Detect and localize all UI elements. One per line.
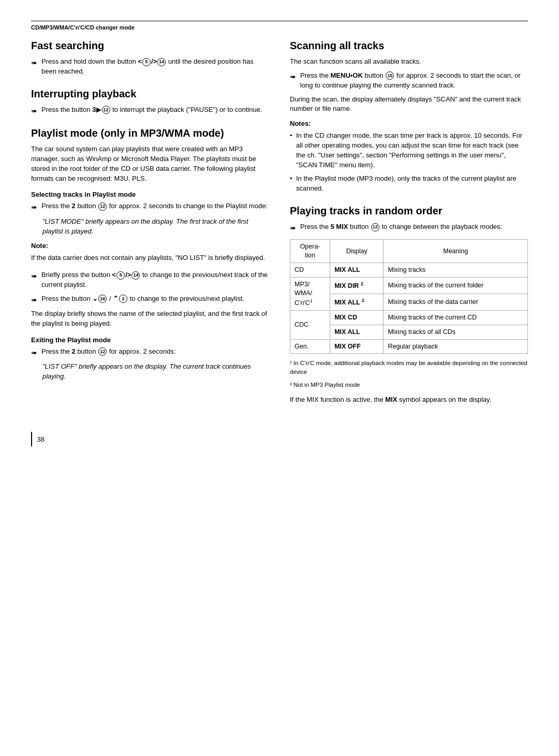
note-label-1: Note:	[31, 241, 269, 251]
menu-ok-bold: MENU•OK	[331, 71, 363, 79]
col-header-meaning: Meaning	[384, 240, 528, 263]
right-column: Scanning all tracks The scan function sc…	[290, 40, 528, 416]
bullet-arrow-6: ➠	[31, 347, 37, 358]
two-col-layout: Fast searching ➠ Press and hold down the…	[31, 40, 528, 416]
circle-12b: 12	[98, 202, 107, 211]
table-row: MP3/WMA/C'n'C1 MIX DIR 2 Mixing tracks o…	[290, 278, 528, 294]
scanning-title: Scanning all tracks	[290, 40, 528, 52]
gt-2: >	[127, 271, 131, 279]
display-mix-cd: MIX CD	[330, 310, 384, 325]
header-label: CD/MP3/WMA/C'n'C/CD changer mode	[31, 24, 528, 31]
section-playlist: Playlist mode (only in MP3/WMA mode) The…	[31, 127, 269, 382]
circle-12d: 12	[371, 223, 379, 231]
circle-16: 16	[98, 295, 107, 303]
col-header-operation: Opera-tion	[290, 240, 330, 263]
circle-12: 12	[102, 106, 110, 114]
select-tracks-text: Press the 2 button 12 for approx. 2 seco…	[41, 201, 269, 211]
exit-playlist-bullet: ➠ Press the 2 button 12 for approx. 2 se…	[31, 347, 269, 358]
section-random: Playing tracks in random order ➠ Press t…	[290, 205, 528, 405]
display-mix-all: MIX ALL	[330, 263, 384, 278]
bullet-arrow-scan: ➠	[290, 71, 296, 82]
meaning-mix-all-2: Mixing tracks of the data carrier	[384, 294, 528, 310]
scanning-para: During the scan, the display alternately…	[290, 95, 528, 114]
circle-15: 15	[386, 71, 394, 80]
prev-next-track-bullet: ➠ Briefly press the button <5/>14 to cha…	[31, 270, 269, 290]
meaning-mix-cd: Mixing tracks of the current CD	[384, 310, 528, 325]
meaning-mix-dir: Mixing tracks of the current folder	[384, 278, 528, 294]
playlist-title: Playlist mode (only in MP3/WMA mode)	[31, 127, 269, 139]
3-bold: 3	[92, 106, 96, 113]
op-mp3: MP3/WMA/C'n'C1	[290, 278, 330, 311]
scanning-bullet: ➠ Press the MENU•OK button 15 for approx…	[290, 71, 528, 91]
interrupting-title: Interrupting playback	[31, 88, 269, 100]
circle-5: 5	[142, 58, 151, 66]
display-mix-dir: MIX DIR 2	[330, 278, 384, 294]
note-box-1: Note: If the data carrier does not conta…	[31, 241, 269, 263]
notes-box: Notes: In the CD changer mode, the scan …	[290, 119, 528, 194]
notes-list: In the CD changer mode, the scan time pe…	[290, 131, 528, 194]
playlist-display-para: The display briefly shows the name of th…	[31, 309, 269, 329]
table-row: CD MIX ALL Mixing tracks	[290, 263, 528, 278]
exit-playlist-subheading: Exiting the Playlist mode	[31, 336, 269, 344]
section-interrupting: Interrupting playback ➠ Press the button…	[31, 88, 269, 116]
mix-bold-footer: MIX	[385, 396, 397, 403]
page-number: 38	[37, 435, 45, 443]
list-off-indent: "LIST OFF" briefly appears on the displa…	[42, 362, 269, 382]
prev-next-playlist-text: Press the button ⌄16 / ⌃2 to change to t…	[41, 294, 269, 304]
meaning-mix-off: Regular playback	[384, 339, 528, 354]
prev-next-track-text: Briefly press the button <5/>14 to chang…	[41, 270, 269, 290]
mix-footer-para: If the MIX function is active, the MIX s…	[290, 395, 528, 405]
scanning-intro: The scan function scans all available tr…	[290, 57, 528, 67]
select-tracks-subheading: Selecting tracks in Playlist mode	[31, 191, 269, 198]
table-header-row: Opera-tion Display Meaning	[290, 240, 528, 263]
exit-playlist-text: Press the 2 button 12 for approx. 2 seco…	[41, 347, 269, 357]
circle-14: 14	[157, 58, 166, 66]
bullet-arrow-2: ➠	[31, 106, 37, 116]
table-row: CDC MIX CD Mixing tracks of the current …	[290, 310, 528, 325]
list-mode-indent: "LIST MODE" briefly appears on the displ…	[42, 217, 269, 237]
2-bold: 2	[72, 202, 76, 210]
note-item-2: In the Playlist mode (MP3 mode), only th…	[290, 174, 528, 194]
fast-searching-text: Press and hold down the button <5/>14 un…	[41, 57, 269, 77]
circle-12c: 12	[98, 347, 107, 356]
circle-14b: 14	[131, 271, 140, 280]
bullet-arrow-5: ➠	[31, 295, 37, 305]
up-arrow-sym: ⌃	[113, 295, 119, 302]
bullet-arrow: ➠	[31, 57, 37, 68]
greater-than-symbol: >	[153, 57, 157, 65]
playlist-body: The car sound system can play playlists …	[31, 144, 269, 183]
select-tracks-bullet: ➠ Press the 2 button 12 for approx. 2 se…	[31, 201, 269, 212]
table-row: Gen. MIX OFF Regular playback	[290, 339, 528, 354]
footnote-1: ¹ In C'n'C mode, additional playback mod…	[290, 359, 528, 376]
section-scanning: Scanning all tracks The scan function sc…	[290, 40, 528, 194]
fast-searching-title: Fast searching	[31, 40, 269, 52]
section-fast-searching: Fast searching ➠ Press and hold down the…	[31, 40, 269, 77]
meaning-mix-all: Mixing tracks	[384, 263, 528, 278]
page: CD/MP3/WMA/C'n'C/CD changer mode Fast se…	[0, 0, 559, 756]
down-arrow-sym: ⌄	[92, 295, 98, 302]
op-cdc: CDC	[290, 310, 330, 339]
bullet-arrow-random: ➠	[290, 223, 296, 233]
random-title: Playing tracks in random order	[290, 205, 528, 217]
col-header-display: Display	[330, 240, 384, 263]
random-bullet-text: Press the 5 MIX button 12 to change betw…	[300, 222, 528, 232]
op-cd: CD	[290, 263, 330, 278]
bullet-arrow-3: ➠	[31, 202, 37, 212]
scanning-bullet-text: Press the MENU•OK button 15 for approx. …	[300, 71, 528, 91]
notes-label: Notes:	[290, 119, 528, 129]
fast-searching-bullet: ➠ Press and hold down the button <5/>14 …	[31, 57, 269, 77]
prev-next-playlist-bullet: ➠ Press the button ⌄16 / ⌃2 to change to…	[31, 294, 269, 305]
footnote-2: ² Not in MP3 Playlist mode	[290, 381, 528, 389]
bullet-arrow-4: ➠	[31, 271, 37, 281]
top-rule	[31, 21, 528, 21]
footnotes: ¹ In C'n'C mode, additional playback mod…	[290, 359, 528, 389]
lt-2: <	[112, 271, 116, 279]
meaning-mix-all-cdc: Mixing tracks of all CDs	[384, 325, 528, 339]
note-item-1: In the CD changer mode, the scan time pe…	[290, 131, 528, 170]
left-column: Fast searching ➠ Press and hold down the…	[31, 40, 269, 416]
op-gen: Gen.	[290, 339, 330, 354]
random-bullet: ➠ Press the 5 MIX button 12 to change be…	[290, 222, 528, 233]
display-mix-off: MIX OFF	[330, 339, 384, 354]
less-than-symbol: <	[138, 57, 142, 65]
page-num-vbar	[31, 432, 32, 446]
